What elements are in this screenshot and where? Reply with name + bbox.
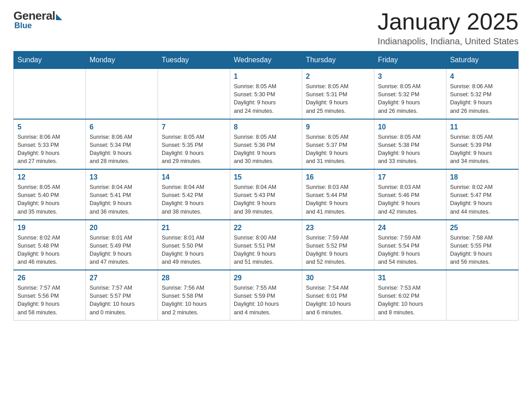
- day-number: 17: [378, 173, 442, 181]
- calendar-header-thursday: Thursday: [302, 51, 374, 69]
- title-area: January 2025 Indianapolis, Indiana, Unit…: [378, 9, 519, 47]
- calendar-cell: [158, 69, 230, 119]
- day-number: 2: [306, 73, 370, 81]
- day-number: 10: [378, 123, 442, 131]
- day-number: 25: [450, 224, 515, 232]
- day-number: 1: [234, 73, 298, 81]
- day-info: Sunrise: 8:01 AM Sunset: 5:50 PM Dayligh…: [162, 234, 226, 266]
- day-info: Sunrise: 7:59 AM Sunset: 5:52 PM Dayligh…: [306, 234, 370, 266]
- calendar-header-wednesday: Wednesday: [230, 51, 302, 69]
- calendar-cell: 27Sunrise: 7:57 AM Sunset: 5:57 PM Dayli…: [86, 270, 158, 320]
- day-number: 8: [234, 123, 298, 131]
- calendar-header-monday: Monday: [86, 51, 158, 69]
- day-number: 14: [162, 173, 226, 181]
- day-info: Sunrise: 8:04 AM Sunset: 5:42 PM Dayligh…: [162, 183, 226, 216]
- day-number: 9: [306, 123, 370, 131]
- calendar-cell: [86, 69, 158, 119]
- day-info: Sunrise: 8:04 AM Sunset: 5:41 PM Dayligh…: [90, 183, 154, 216]
- day-number: 15: [234, 173, 298, 181]
- day-number: 13: [90, 173, 154, 181]
- calendar-week-row: 5Sunrise: 8:06 AM Sunset: 5:33 PM Daylig…: [14, 119, 519, 170]
- calendar-cell: 5Sunrise: 8:06 AM Sunset: 5:33 PM Daylig…: [14, 119, 86, 170]
- day-info: Sunrise: 8:01 AM Sunset: 5:49 PM Dayligh…: [90, 234, 154, 266]
- logo: General Blue: [13, 9, 62, 30]
- day-number: 4: [450, 73, 515, 81]
- day-number: 21: [162, 224, 226, 232]
- calendar-table: SundayMondayTuesdayWednesdayThursdayFrid…: [13, 51, 519, 321]
- day-info: Sunrise: 8:06 AM Sunset: 5:34 PM Dayligh…: [90, 133, 154, 166]
- day-number: 16: [306, 173, 370, 181]
- calendar-cell: 11Sunrise: 8:05 AM Sunset: 5:39 PM Dayli…: [446, 119, 518, 170]
- calendar-cell: 19Sunrise: 8:02 AM Sunset: 5:48 PM Dayli…: [14, 220, 86, 270]
- day-info: Sunrise: 8:03 AM Sunset: 5:44 PM Dayligh…: [306, 183, 370, 216]
- calendar-cell: 24Sunrise: 7:59 AM Sunset: 5:54 PM Dayli…: [374, 220, 446, 270]
- calendar-header-sunday: Sunday: [14, 51, 86, 69]
- calendar-cell: 26Sunrise: 7:57 AM Sunset: 5:56 PM Dayli…: [14, 270, 86, 320]
- day-number: 12: [17, 173, 82, 181]
- calendar-cell: 14Sunrise: 8:04 AM Sunset: 5:42 PM Dayli…: [158, 169, 230, 220]
- calendar-cell: 23Sunrise: 7:59 AM Sunset: 5:52 PM Dayli…: [302, 220, 374, 270]
- day-info: Sunrise: 8:06 AM Sunset: 5:33 PM Dayligh…: [17, 133, 82, 166]
- calendar-cell: 30Sunrise: 7:54 AM Sunset: 6:01 PM Dayli…: [302, 270, 374, 320]
- calendar-cell: 7Sunrise: 8:05 AM Sunset: 5:35 PM Daylig…: [158, 119, 230, 170]
- calendar-cell: 1Sunrise: 8:05 AM Sunset: 5:30 PM Daylig…: [230, 69, 302, 119]
- day-info: Sunrise: 8:05 AM Sunset: 5:40 PM Dayligh…: [17, 183, 82, 216]
- day-info: Sunrise: 8:03 AM Sunset: 5:46 PM Dayligh…: [378, 183, 442, 216]
- calendar-cell: 16Sunrise: 8:03 AM Sunset: 5:44 PM Dayli…: [302, 169, 374, 220]
- day-info: Sunrise: 7:57 AM Sunset: 5:57 PM Dayligh…: [90, 284, 154, 317]
- day-number: 11: [450, 123, 515, 131]
- calendar-header-row: SundayMondayTuesdayWednesdayThursdayFrid…: [14, 51, 519, 69]
- day-info: Sunrise: 8:05 AM Sunset: 5:31 PM Dayligh…: [306, 82, 370, 115]
- day-info: Sunrise: 8:04 AM Sunset: 5:43 PM Dayligh…: [234, 183, 298, 216]
- month-title: January 2025: [378, 9, 519, 34]
- calendar-cell: 9Sunrise: 8:05 AM Sunset: 5:37 PM Daylig…: [302, 119, 374, 170]
- day-number: 23: [306, 224, 370, 232]
- calendar-header-tuesday: Tuesday: [158, 51, 230, 69]
- day-number: 29: [234, 274, 298, 282]
- header: General Blue January 2025 Indianapolis, …: [13, 9, 519, 47]
- day-info: Sunrise: 7:55 AM Sunset: 5:59 PM Dayligh…: [234, 284, 298, 317]
- calendar-cell: [446, 270, 518, 320]
- day-number: 18: [450, 173, 515, 181]
- day-number: 31: [378, 274, 442, 282]
- calendar-cell: 15Sunrise: 8:04 AM Sunset: 5:43 PM Dayli…: [230, 169, 302, 220]
- day-info: Sunrise: 7:59 AM Sunset: 5:54 PM Dayligh…: [378, 234, 442, 266]
- calendar-cell: 17Sunrise: 8:03 AM Sunset: 5:46 PM Dayli…: [374, 169, 446, 220]
- day-number: 7: [162, 123, 226, 131]
- calendar-cell: 12Sunrise: 8:05 AM Sunset: 5:40 PM Dayli…: [14, 169, 86, 220]
- calendar-header-saturday: Saturday: [446, 51, 518, 69]
- day-number: 26: [17, 274, 82, 282]
- day-info: Sunrise: 7:54 AM Sunset: 6:01 PM Dayligh…: [306, 284, 370, 317]
- day-info: Sunrise: 7:57 AM Sunset: 5:56 PM Dayligh…: [17, 284, 82, 317]
- day-info: Sunrise: 8:05 AM Sunset: 5:32 PM Dayligh…: [378, 82, 442, 115]
- day-number: 30: [306, 274, 370, 282]
- day-number: 22: [234, 224, 298, 232]
- day-number: 6: [90, 123, 154, 131]
- calendar-cell: 4Sunrise: 8:06 AM Sunset: 5:32 PM Daylig…: [446, 69, 518, 119]
- calendar-cell: 2Sunrise: 8:05 AM Sunset: 5:31 PM Daylig…: [302, 69, 374, 119]
- calendar-cell: 31Sunrise: 7:53 AM Sunset: 6:02 PM Dayli…: [374, 270, 446, 320]
- day-info: Sunrise: 8:05 AM Sunset: 5:37 PM Dayligh…: [306, 133, 370, 166]
- logo-triangle-icon: [56, 14, 62, 20]
- day-info: Sunrise: 8:02 AM Sunset: 5:47 PM Dayligh…: [450, 183, 515, 216]
- day-info: Sunrise: 8:05 AM Sunset: 5:36 PM Dayligh…: [234, 133, 298, 166]
- day-info: Sunrise: 8:05 AM Sunset: 5:35 PM Dayligh…: [162, 133, 226, 166]
- day-number: 5: [17, 123, 82, 131]
- day-info: Sunrise: 8:05 AM Sunset: 5:38 PM Dayligh…: [378, 133, 442, 166]
- calendar-cell: 20Sunrise: 8:01 AM Sunset: 5:49 PM Dayli…: [86, 220, 158, 270]
- calendar-cell: 18Sunrise: 8:02 AM Sunset: 5:47 PM Dayli…: [446, 169, 518, 220]
- calendar-week-row: 1Sunrise: 8:05 AM Sunset: 5:30 PM Daylig…: [14, 69, 519, 119]
- calendar-cell: 28Sunrise: 7:56 AM Sunset: 5:58 PM Dayli…: [158, 270, 230, 320]
- calendar-cell: 21Sunrise: 8:01 AM Sunset: 5:50 PM Dayli…: [158, 220, 230, 270]
- day-number: 27: [90, 274, 154, 282]
- day-number: 19: [17, 224, 82, 232]
- location-text: Indianapolis, Indiana, United States: [378, 36, 519, 47]
- day-number: 3: [378, 73, 442, 81]
- calendar-cell: 22Sunrise: 8:00 AM Sunset: 5:51 PM Dayli…: [230, 220, 302, 270]
- calendar-week-row: 19Sunrise: 8:02 AM Sunset: 5:48 PM Dayli…: [14, 220, 519, 270]
- calendar-cell: 29Sunrise: 7:55 AM Sunset: 5:59 PM Dayli…: [230, 270, 302, 320]
- day-number: 20: [90, 224, 154, 232]
- day-info: Sunrise: 7:58 AM Sunset: 5:55 PM Dayligh…: [450, 234, 515, 266]
- calendar-cell: 25Sunrise: 7:58 AM Sunset: 5:55 PM Dayli…: [446, 220, 518, 270]
- day-info: Sunrise: 8:02 AM Sunset: 5:48 PM Dayligh…: [17, 234, 82, 266]
